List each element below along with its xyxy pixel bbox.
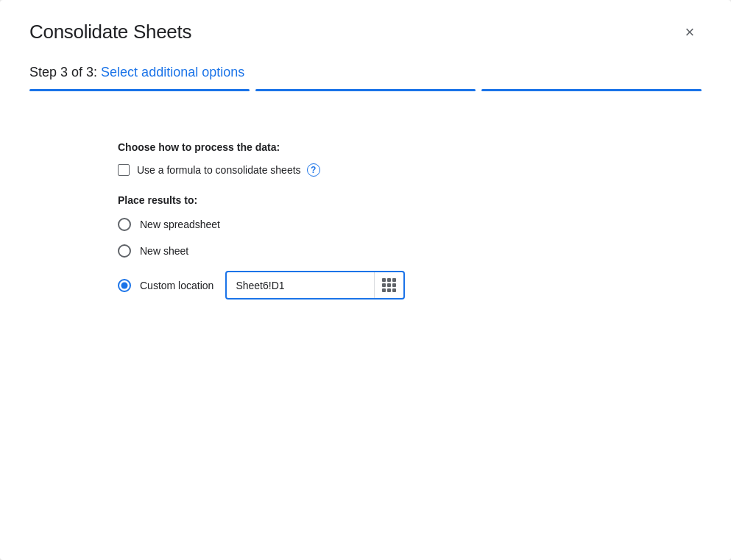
radio-label-custom-location: Custom location xyxy=(140,280,213,291)
step-action-text: Select additional options xyxy=(101,65,244,79)
radio-row-custom-location: Custom location xyxy=(118,271,702,300)
step-header: Step 3 of 3: Select additional options xyxy=(29,65,702,80)
radio-label-new-spreadsheet: New spreadsheet xyxy=(140,219,220,230)
formula-checkbox-row: Use a formula to consolidate sheets ? xyxy=(118,163,702,177)
consolidate-sheets-dialog: Consolidate Sheets × Step 3 of 3: Select… xyxy=(0,0,731,560)
step-number-text: Step 3 of 3: xyxy=(29,65,97,79)
close-button[interactable]: × xyxy=(678,21,702,44)
grid-icon xyxy=(382,278,396,292)
custom-location-input-wrapper xyxy=(225,271,405,300)
radio-custom-location[interactable] xyxy=(118,279,131,292)
progress-segment-1 xyxy=(29,89,250,91)
progress-segment-2 xyxy=(255,89,476,91)
radio-row-new-spreadsheet: New spreadsheet xyxy=(118,218,702,231)
content-area: Choose how to process the data: Use a fo… xyxy=(29,127,702,300)
step-label: Step 3 of 3: Select additional options xyxy=(29,65,244,79)
radio-new-sheet[interactable] xyxy=(118,244,131,258)
radio-row-new-sheet: New sheet xyxy=(118,244,702,258)
dialog-header: Consolidate Sheets × xyxy=(29,21,702,44)
progress-segment-3 xyxy=(481,89,702,91)
place-results-label: Place results to: xyxy=(118,194,702,206)
custom-location-input[interactable] xyxy=(227,274,374,297)
radio-label-new-sheet: New sheet xyxy=(140,245,188,257)
dialog-title: Consolidate Sheets xyxy=(29,21,191,43)
grid-picker-button[interactable] xyxy=(374,272,403,298)
radio-group: New spreadsheet New sheet Custom locatio… xyxy=(118,218,702,300)
process-data-label: Choose how to process the data: xyxy=(118,141,702,153)
formula-checkbox[interactable] xyxy=(118,164,130,176)
progress-bar xyxy=(29,89,702,91)
radio-new-spreadsheet[interactable] xyxy=(118,218,131,231)
formula-help-icon[interactable]: ? xyxy=(307,163,320,177)
formula-checkbox-label: Use a formula to consolidate sheets ? xyxy=(137,163,320,177)
